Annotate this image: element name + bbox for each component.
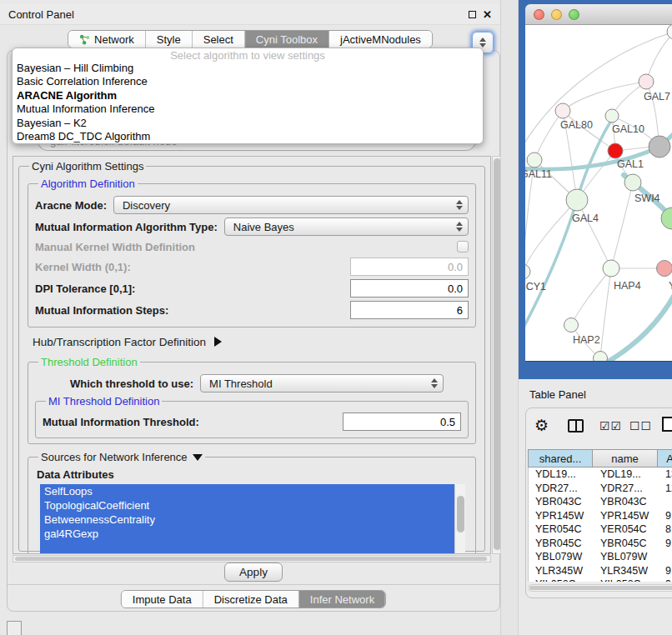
tab-impute-data[interactable]: Impute Data (122, 591, 203, 608)
dpi-tolerance-input[interactable] (350, 279, 469, 298)
table-row[interactable]: YBR043CYBR043C (529, 495, 672, 509)
mi-threshold-input[interactable] (343, 412, 461, 431)
column-header[interactable]: A (658, 449, 672, 468)
table-cell: YBL079W (594, 551, 659, 562)
network-node-gal7[interactable] (639, 74, 654, 89)
tab-label: Select (203, 33, 233, 46)
network-edge (600, 268, 611, 358)
tab-infer-network[interactable]: Infer Network (299, 591, 385, 608)
select-all-icon[interactable]: ☑☑ (599, 419, 622, 432)
attribute-item[interactable]: SelfLoops (40, 484, 465, 498)
algorithm-option[interactable]: Dream8 DC_TDC Algorithm (13, 130, 483, 143)
column-layout-icon[interactable] (568, 419, 584, 432)
algorithm-option[interactable]: Bayesian – K2 (13, 117, 483, 130)
table-cell: 9. (659, 578, 672, 582)
sources-legend[interactable]: Sources for Network Inference (38, 451, 205, 463)
manual-kernel-checkbox[interactable] (457, 241, 469, 252)
tab-label: Impute Data (133, 593, 192, 606)
tab-select[interactable]: Select (193, 31, 245, 48)
column-header[interactable]: shared... (528, 449, 593, 468)
tab-jactivemnodules[interactable]: jActiveMNodules (329, 31, 432, 48)
table-cell: YPR145W (529, 510, 594, 522)
node-label: HAP4 (614, 280, 641, 292)
network-node-gal80[interactable] (555, 103, 570, 118)
threshold-definition-legend: Threshold Definition (38, 356, 140, 368)
minimize-traffic-light[interactable] (551, 9, 562, 20)
control-panel-titlebar: Control Panel ✕ (0, 4, 500, 25)
algorithm-option[interactable]: Basic Correlation Inference (13, 75, 483, 88)
which-threshold-combobox[interactable]: MI Threshold (200, 374, 444, 392)
float-panel-icon[interactable] (469, 11, 476, 18)
table-row[interactable]: YDR27...YDR27...12... (529, 482, 672, 496)
table-horizontal-scrollbar[interactable] (528, 584, 672, 592)
column-header[interactable]: name (593, 449, 658, 468)
spinner-arrows-icon (424, 378, 438, 388)
panel-splitter[interactable] (500, 0, 519, 635)
mi-steps-input[interactable] (350, 301, 469, 319)
bottom-separator (8, 584, 499, 585)
attribute-item[interactable]: BetweennessCentrality (40, 512, 465, 527)
attribute-item[interactable]: TopologicalCoefficient (40, 498, 465, 512)
apply-button[interactable]: Apply (224, 562, 283, 582)
network-node-gal1[interactable] (608, 143, 623, 158)
algorithm-option[interactable]: Mutual Information Inference (13, 102, 483, 116)
close-traffic-light[interactable] (534, 9, 544, 20)
collapsed-arrow-icon (214, 337, 222, 347)
table-row[interactable]: YER054CYER054C8. (529, 522, 672, 537)
network-node[interactable] (594, 352, 608, 362)
table-cell: YBR045C (594, 538, 659, 549)
algorithm-option[interactable]: ARACNE Algorithm (13, 89, 483, 102)
attributes-scrollbar[interactable] (454, 484, 465, 554)
mi-type-label: Mutual Information Algorithm Type: (35, 221, 218, 233)
network-node[interactable] (667, 25, 672, 39)
mi-type-value: Naive Bayes (233, 221, 294, 233)
node-label: GAL80 (560, 119, 593, 131)
network-node-hap4[interactable] (603, 260, 619, 277)
network-node-y[interactable] (657, 261, 672, 277)
hub-definition-toggle[interactable]: Hub/Transcription Factor Definition (33, 332, 478, 351)
mi-threshold-label: Mutual Information Threshold: (43, 416, 199, 428)
table-row[interactable]: YIL052CYIL052C9. (529, 578, 672, 582)
gear-icon[interactable]: ⚙ (534, 416, 549, 435)
table-row[interactable]: YPR145WYPR145W9. (529, 509, 672, 523)
tab-cyni-toolbox[interactable]: Cyni Toolbox (245, 31, 329, 48)
kernel-width-input[interactable] (350, 258, 469, 276)
network-node-gal4[interactable] (566, 189, 588, 211)
settings-horizontal-scrollbar[interactable] (13, 555, 491, 562)
node-label: GAL7 (644, 91, 670, 102)
table-row[interactable]: YBR045CYBR045C9. (529, 537, 672, 551)
table-cell: YBR043C (594, 496, 659, 508)
table-row[interactable]: YLR345WYLR345W9. (529, 564, 672, 578)
zoom-traffic-light[interactable] (569, 9, 579, 20)
aracne-mode-combobox[interactable]: Discovery (113, 196, 469, 214)
dpi-tolerance-label: DPI Tolerance [0,1]: (35, 282, 135, 295)
table-cell: YDL19... (529, 468, 594, 480)
tab-discretize-data[interactable]: Discretize Data (203, 591, 299, 608)
network-canvas[interactable]: GAL7GAL80GAL10GAL1GAL11SWI4GAL4GCY1HAP4Y… (525, 25, 672, 361)
tab-network[interactable]: Network (68, 31, 146, 48)
table-panel: Table Panel ⚙ ☑☑ ☐☐ shared...nameA YDL19… (519, 379, 672, 635)
network-node-swi4[interactable] (624, 174, 641, 191)
network-node[interactable] (649, 136, 670, 158)
collapsed-panel-icon[interactable] (7, 621, 22, 635)
close-icon[interactable]: ✕ (483, 9, 492, 20)
table-cell: YDL19... (594, 468, 659, 480)
algorithm-option[interactable]: Bayesian – Hill Climbing (13, 62, 483, 75)
export-table-icon[interactable] (662, 417, 672, 432)
cyni-algorithm-settings-group: Cyni Algorithm Settings Algorithm Defini… (18, 160, 485, 552)
attribute-item[interactable]: gal4RGexp (40, 527, 465, 541)
mi-type-combobox[interactable]: Naive Bayes (224, 218, 469, 236)
table-row[interactable]: YBL079WYBL079W (529, 550, 672, 564)
deselect-all-icon[interactable]: ☐☐ (629, 419, 652, 432)
tab-label: Style (157, 33, 181, 46)
tab-style[interactable]: Style (146, 31, 193, 48)
network-window-titlebar (525, 4, 672, 25)
aracne-mode-value: Discovery (123, 199, 170, 212)
table-row[interactable]: YDL19...YDL19...13... (529, 468, 672, 482)
network-node-hap2[interactable] (564, 318, 579, 332)
table-cell: 9. (659, 538, 672, 549)
table-cell: YLR345W (594, 565, 659, 577)
network-node-gcy1[interactable] (525, 264, 530, 279)
network-node-gal11[interactable] (527, 152, 542, 168)
network-node-gal10[interactable] (605, 109, 619, 122)
